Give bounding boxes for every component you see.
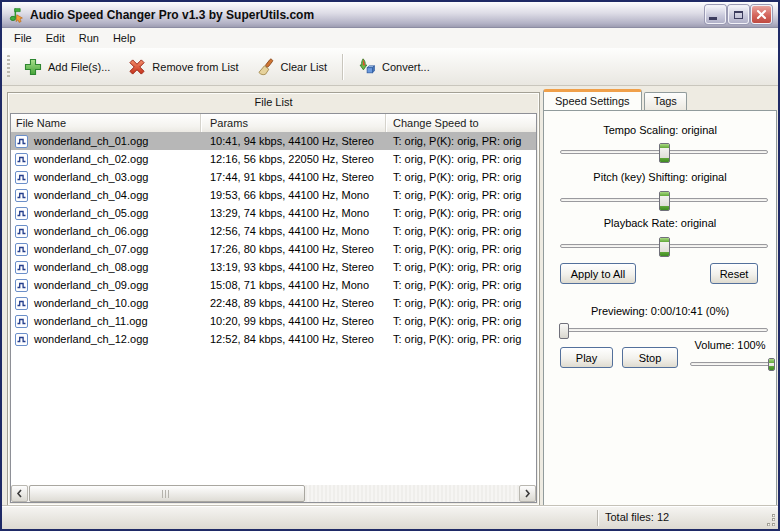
file-change-speed: T: orig, P(K): orig, PR: orig — [386, 297, 536, 309]
file-change-speed: T: orig, P(K): orig, PR: orig — [386, 279, 536, 291]
file-name-cell: wonderland_ch_07.ogg — [11, 243, 201, 256]
file-name-cell: wonderland_ch_05.ogg — [11, 207, 201, 220]
remove-icon — [128, 58, 146, 76]
menu-help[interactable]: Help — [106, 30, 143, 46]
table-row[interactable]: wonderland_ch_02.ogg 12:16, 56 kbps, 220… — [11, 150, 536, 168]
file-name-cell: wonderland_ch_12.ogg — [11, 333, 201, 346]
slider-thumb[interactable] — [659, 237, 670, 257]
maximize-button[interactable] — [728, 5, 749, 24]
table-row[interactable]: wonderland_ch_08.ogg 13:19, 93 kbps, 441… — [11, 258, 536, 276]
table-row[interactable]: wonderland_ch_07.ogg 17:26, 80 kbps, 441… — [11, 240, 536, 258]
column-header-change-speed[interactable]: Change Speed to — [386, 114, 536, 132]
horizontal-scrollbar[interactable] — [11, 485, 536, 502]
statusbar-separator — [597, 510, 598, 526]
table-row[interactable]: wonderland_ch_04.ogg 19:53, 66 kbps, 441… — [11, 186, 536, 204]
playback-rate-slider[interactable] — [560, 237, 768, 257]
file-change-speed: T: orig, P(K): orig, PR: orig — [386, 153, 536, 165]
settings-tab-control: Speed Settings Tags Tempo Scaling: origi… — [543, 89, 777, 506]
column-header-file-name[interactable]: File Name — [11, 114, 201, 132]
file-change-speed: T: orig, P(K): orig, PR: orig — [386, 261, 536, 273]
toolbar: Add File(s)... Remove from List Clear Li… — [2, 48, 778, 86]
remove-from-list-button[interactable]: Remove from List — [119, 52, 247, 81]
file-name: wonderland_ch_12.ogg — [34, 333, 148, 345]
file-name-cell: wonderland_ch_09.ogg — [11, 279, 201, 292]
apply-to-all-button[interactable]: Apply to All — [560, 263, 636, 284]
file-list-panel: File List File Name Params Change Speed … — [7, 92, 540, 506]
audio-file-icon — [15, 225, 28, 238]
resize-grip-icon[interactable] — [763, 514, 776, 527]
file-change-speed: T: orig, P(K): orig, PR: orig — [386, 207, 536, 219]
file-list-header: File Name Params Change Speed to — [11, 114, 536, 133]
window-title: Audio Speed Changer Pro v1.3 by SuperUti… — [30, 8, 705, 22]
tab-tags[interactable]: Tags — [644, 92, 687, 110]
file-params: 10:41, 94 kbps, 44100 Hz, Stereo — [201, 135, 386, 147]
convert-label: Convert... — [382, 61, 430, 73]
column-header-params[interactable]: Params — [201, 114, 386, 132]
slider-thumb[interactable] — [659, 143, 670, 163]
add-files-button[interactable]: Add File(s)... — [15, 52, 119, 81]
file-params: 12:56, 74 kbps, 44100 Hz, Mono — [201, 225, 386, 237]
file-name: wonderland_ch_08.ogg — [34, 261, 148, 273]
slider-thumb[interactable] — [659, 191, 670, 211]
table-row[interactable]: wonderland_ch_11.ogg 10:20, 99 kbps, 441… — [11, 312, 536, 330]
table-row[interactable]: wonderland_ch_06.ogg 12:56, 74 kbps, 441… — [11, 222, 536, 240]
table-row[interactable]: wonderland_ch_10.ogg 22:48, 89 kbps, 441… — [11, 294, 536, 312]
titlebar: Audio Speed Changer Pro v1.3 by SuperUti… — [2, 2, 778, 28]
audio-file-icon — [15, 171, 28, 184]
add-files-label: Add File(s)... — [48, 61, 110, 73]
file-params: 13:19, 93 kbps, 44100 Hz, Stereo — [201, 261, 386, 273]
file-name: wonderland_ch_07.ogg — [34, 243, 148, 255]
minimize-button[interactable] — [705, 5, 726, 24]
slider-track — [690, 362, 775, 366]
table-row[interactable]: wonderland_ch_12.ogg 12:52, 84 kbps, 441… — [11, 330, 536, 348]
file-name-cell: wonderland_ch_01.ogg — [11, 135, 201, 148]
app-music-note-icon — [8, 6, 25, 23]
file-change-speed: T: orig, P(K): orig, PR: orig — [386, 243, 536, 255]
file-params: 13:29, 74 kbps, 44100 Hz, Mono — [201, 207, 386, 219]
table-row[interactable]: wonderland_ch_09.ogg 15:08, 71 kbps, 441… — [11, 276, 536, 294]
speed-settings-page: Tempo Scaling: original Pitch (key) Shif… — [543, 110, 777, 506]
scroll-left-button[interactable] — [11, 485, 28, 502]
volume-label: Volume: 100% — [684, 339, 776, 351]
tab-speed-settings[interactable]: Speed Settings — [543, 89, 642, 110]
pitch-shifting-slider[interactable] — [560, 191, 768, 211]
maximize-icon — [734, 11, 743, 19]
clear-list-label: Clear List — [281, 61, 327, 73]
convert-icon — [358, 58, 376, 76]
tempo-scaling-slider[interactable] — [560, 143, 768, 163]
slider-thumb[interactable] — [559, 323, 569, 339]
slider-thumb[interactable] — [768, 358, 775, 371]
chevron-left-icon — [15, 488, 24, 499]
convert-button[interactable]: Convert... — [349, 52, 439, 81]
menu-file[interactable]: File — [7, 30, 39, 46]
table-row[interactable]: wonderland_ch_01.ogg 10:41, 94 kbps, 441… — [11, 132, 536, 150]
menu-edit[interactable]: Edit — [39, 30, 72, 46]
play-button[interactable]: Play — [560, 347, 613, 368]
file-name-cell: wonderland_ch_02.ogg — [11, 153, 201, 166]
scroll-right-button[interactable] — [519, 485, 536, 502]
file-name: wonderland_ch_10.ogg — [34, 297, 148, 309]
file-name: wonderland_ch_05.ogg — [34, 207, 148, 219]
preview-position-slider[interactable] — [560, 321, 768, 341]
file-params: 15:08, 71 kbps, 44100 Hz, Mono — [201, 279, 386, 291]
reset-button[interactable]: Reset — [710, 263, 758, 284]
toolbar-gripper[interactable] — [7, 55, 10, 79]
audio-file-icon — [15, 315, 28, 328]
menu-run[interactable]: Run — [72, 30, 106, 46]
file-change-speed: T: orig, P(K): orig, PR: orig — [386, 171, 536, 183]
file-name-cell: wonderland_ch_08.ogg — [11, 261, 201, 274]
file-name: wonderland_ch_04.ogg — [34, 189, 148, 201]
stop-button[interactable]: Stop — [622, 347, 678, 368]
volume-slider[interactable] — [690, 358, 775, 371]
close-button[interactable] — [751, 5, 772, 24]
clear-list-button[interactable]: Clear List — [248, 52, 336, 81]
file-params: 12:52, 84 kbps, 44100 Hz, Stereo — [201, 333, 386, 345]
file-name-cell: wonderland_ch_06.ogg — [11, 225, 201, 238]
playback-rate-label: Playback Rate: original — [544, 217, 776, 229]
file-name: wonderland_ch_11.ogg — [34, 315, 148, 327]
audio-file-icon — [15, 153, 28, 166]
table-row[interactable]: wonderland_ch_03.ogg 17:44, 91 kbps, 441… — [11, 168, 536, 186]
table-row[interactable]: wonderland_ch_05.ogg 13:29, 74 kbps, 441… — [11, 204, 536, 222]
scrollbar-thumb[interactable] — [29, 485, 305, 502]
total-files-status: Total files: 12 — [605, 511, 669, 523]
